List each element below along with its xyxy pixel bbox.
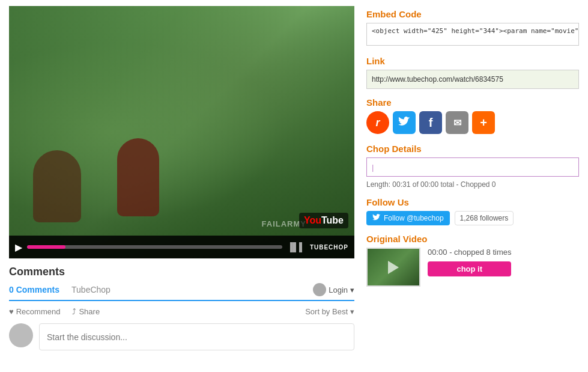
original-video-info: 00:00 - chopped 8 times chop it <box>428 248 511 276</box>
disqus-brand: TubeChop <box>71 285 111 294</box>
original-video-row: 00:00 - chopped 8 times chop it <box>366 248 579 287</box>
login-chevron: ▾ <box>350 285 354 294</box>
right-column: Embed Code <object width="425" height="3… <box>366 6 579 350</box>
reddit-share-button[interactable]: r <box>366 111 389 134</box>
video-thumbnail: FAILARMY YouTube <box>9 6 354 258</box>
recommend-button[interactable]: ♥ Recommend <box>9 307 60 316</box>
link-label: Link <box>366 56 579 66</box>
comments-title: Comments <box>9 266 354 278</box>
disqus-bar: 0 Comments TubeChop Login ▾ <box>9 283 354 301</box>
chop-details-label: Chop Details <box>366 144 579 154</box>
follow-button-label: Follow @tubechop <box>384 214 444 222</box>
share-button[interactable]: ⤴ Share <box>72 307 100 316</box>
progress-bar[interactable] <box>27 245 282 249</box>
play-button[interactable]: ▶ <box>15 242 22 253</box>
progress-fill <box>27 245 65 249</box>
login-avatar <box>313 283 326 296</box>
share-icon: ⤴ <box>72 307 76 316</box>
youtube-logo: YouTube <box>299 213 348 228</box>
email-share-button[interactable]: ✉ <box>446 111 468 134</box>
user-avatar <box>9 323 33 347</box>
original-video-label: Original Video <box>366 234 579 244</box>
original-video-time: 00:00 - chopped 8 times <box>428 248 511 257</box>
left-column: FAILARMY YouTube ▶ ▐▌▌ TUBECHOP Comments… <box>9 6 354 350</box>
login-button[interactable]: Login ▾ <box>313 283 354 296</box>
video-player[interactable]: FAILARMY YouTube ▶ ▐▌▌ TUBECHOP <box>9 6 354 258</box>
original-video-thumbnail[interactable] <box>366 248 420 287</box>
share-label: Share <box>366 97 579 108</box>
chop-length-text: Length: 00:31 of 00:00 total - Chopped 0 <box>366 180 579 189</box>
heart-icon: ♥ <box>9 307 14 316</box>
tubechop-badge: TUBECHOP <box>310 244 348 251</box>
volume-icon[interactable]: ▐▌▌ <box>287 242 305 252</box>
embed-code-label: Embed Code <box>366 9 579 19</box>
comments-count-tab[interactable]: 0 Comments <box>9 285 59 294</box>
comments-section: Comments 0 Comments TubeChop Login ▾ ♥ R… <box>9 266 354 350</box>
twitter-share-button[interactable] <box>393 111 416 134</box>
recommend-label: Recommend <box>16 307 61 316</box>
chop-it-button[interactable]: chop it <box>428 261 511 276</box>
chop-details-input[interactable] <box>366 157 579 177</box>
more-share-button[interactable]: + <box>472 111 495 134</box>
follow-twitter-button[interactable]: Follow @tubechop <box>366 211 450 225</box>
facebook-share-button[interactable]: f <box>419 111 442 134</box>
comment-actions: ♥ Recommend ⤴ Share Sort by Best ▾ <box>9 307 354 316</box>
share-label: Share <box>79 307 100 316</box>
sort-label: Sort by Best <box>305 307 348 316</box>
comment-input-row <box>9 323 354 350</box>
link-field[interactable] <box>366 70 579 89</box>
login-label: Login <box>329 285 348 294</box>
embed-code-field[interactable]: <object width="425" height="344"><param … <box>366 23 579 46</box>
sort-chevron: ▾ <box>350 307 354 316</box>
follow-row: Follow @tubechop 1,268 followers <box>366 211 579 225</box>
silhouette <box>117 138 159 216</box>
sort-button[interactable]: Sort by Best ▾ <box>305 307 354 316</box>
comment-input[interactable] <box>39 323 354 350</box>
video-controls[interactable]: ▶ ▐▌▌ TUBECHOP <box>9 236 354 258</box>
follow-label: Follow Us <box>366 197 579 207</box>
share-buttons: r f ✉ + <box>366 111 579 134</box>
followers-badge: 1,268 followers <box>455 211 514 225</box>
